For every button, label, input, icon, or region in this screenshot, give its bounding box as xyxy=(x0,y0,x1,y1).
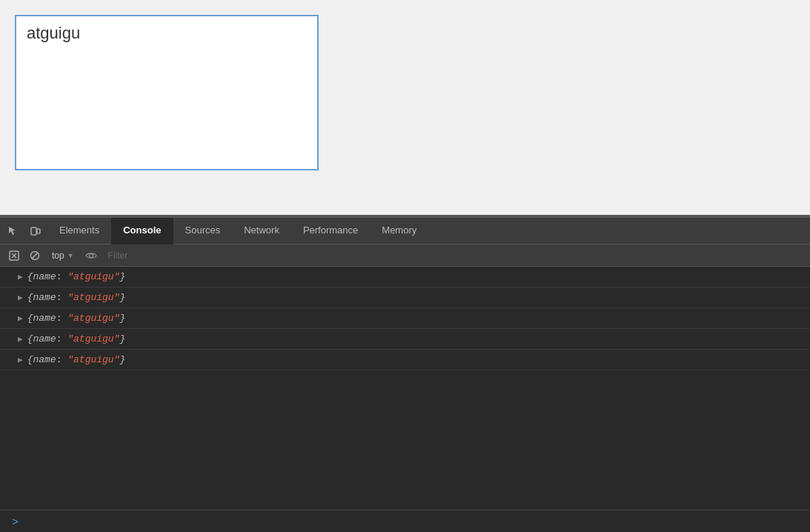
log-brace-close-2: } xyxy=(119,292,125,303)
tab-performance[interactable]: Performance xyxy=(291,218,370,245)
svg-rect-1 xyxy=(37,229,40,233)
log-key-4: name xyxy=(33,333,56,345)
devtools-top-toolbar: Elements Console Sources Network Perform… xyxy=(0,218,810,245)
expand-arrow-4: ▶ xyxy=(18,334,23,344)
console-toolbar: top ▼ xyxy=(0,245,810,267)
log-brace-close-4: } xyxy=(119,333,125,345)
svg-rect-0 xyxy=(31,227,36,235)
tab-network[interactable]: Network xyxy=(232,218,291,245)
no-symbol-icon[interactable] xyxy=(27,247,43,264)
tab-elements[interactable]: Elements xyxy=(47,218,111,245)
svg-point-7 xyxy=(89,253,93,257)
log-key-2: name xyxy=(33,292,56,303)
console-output: ▶ { name : "atguigu" } ▶ { name : "atgui… xyxy=(0,267,810,510)
log-value-1: "atguigu" xyxy=(67,271,119,282)
log-entry-2[interactable]: ▶ { name : "atguigu" } xyxy=(0,287,810,308)
log-value-3: "atguigu" xyxy=(67,313,119,324)
inspect-element-icon[interactable] xyxy=(3,221,24,242)
expand-arrow-2: ▶ xyxy=(18,293,23,302)
log-key-5: name xyxy=(33,354,56,365)
log-value-5: "atguigu" xyxy=(67,354,119,365)
expand-arrow-3: ▶ xyxy=(18,313,23,323)
log-entry-4[interactable]: ▶ { name : "atguigu" } xyxy=(0,329,810,350)
console-prompt: > xyxy=(12,516,19,529)
log-key-3: name xyxy=(33,313,56,324)
log-colon-4: : xyxy=(56,333,68,345)
log-colon-1: : xyxy=(56,271,68,282)
text-input-box: atguigu xyxy=(15,15,319,170)
log-key-1: name xyxy=(33,271,56,282)
device-toolbar-icon[interactable] xyxy=(25,221,46,242)
log-brace-close-5: } xyxy=(119,354,125,365)
expand-arrow-5: ▶ xyxy=(18,355,23,365)
clear-console-icon[interactable] xyxy=(6,247,22,264)
expand-arrow-1: ▶ xyxy=(18,272,23,282)
context-select[interactable]: top ▼ xyxy=(47,249,79,262)
log-entry-5[interactable]: ▶ { name : "atguigu" } xyxy=(0,350,810,370)
log-entry-3[interactable]: ▶ { name : "atguigu" } xyxy=(0,308,810,329)
tab-memory[interactable]: Memory xyxy=(370,218,428,245)
filter-input[interactable] xyxy=(104,249,804,262)
log-colon-2: : xyxy=(56,292,68,303)
context-dropdown-arrow: ▼ xyxy=(67,252,74,259)
tab-console[interactable]: Console xyxy=(111,218,173,245)
tab-sources[interactable]: Sources xyxy=(173,218,233,245)
devtools-tabs: Elements Console Sources Network Perform… xyxy=(47,218,807,245)
log-brace-open-4: { xyxy=(27,333,33,345)
svg-line-6 xyxy=(32,252,38,258)
eye-icon[interactable] xyxy=(83,247,99,264)
log-brace-open-3: { xyxy=(27,313,33,324)
log-entry-1[interactable]: ▶ { name : "atguigu" } xyxy=(0,267,810,287)
devtools-panel: Elements Console Sources Network Perform… xyxy=(0,218,810,532)
context-label: top xyxy=(52,250,64,261)
log-brace-open-5: { xyxy=(27,354,33,365)
log-colon-5: : xyxy=(56,354,68,365)
console-input-line: > xyxy=(0,510,810,532)
log-brace-open-1: { xyxy=(27,271,33,282)
log-brace-close-3: } xyxy=(119,313,125,324)
log-value-2: "atguigu" xyxy=(67,292,119,303)
log-colon-3: : xyxy=(56,313,68,324)
input-text-display: atguigu xyxy=(27,24,80,42)
log-brace-close-1: } xyxy=(119,271,125,282)
log-brace-open-2: { xyxy=(27,292,33,303)
page-area: atguigu xyxy=(0,0,810,215)
log-value-4: "atguigu" xyxy=(67,333,119,345)
